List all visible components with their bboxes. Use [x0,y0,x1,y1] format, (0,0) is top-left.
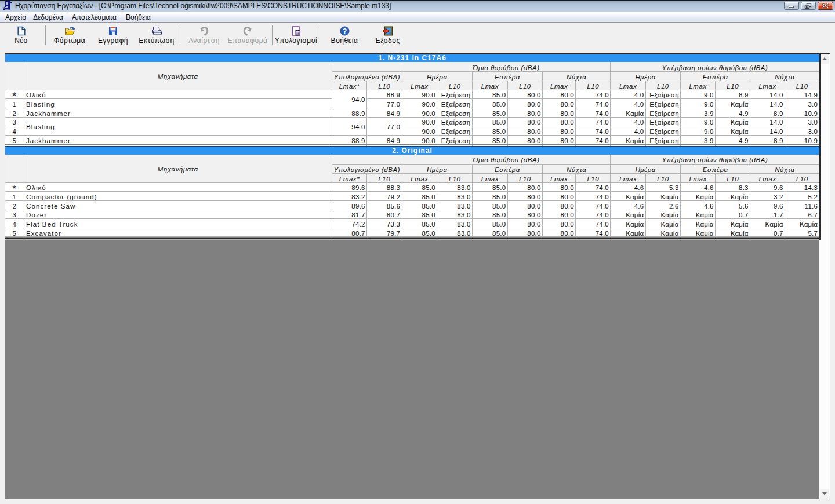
svg-text:?: ? [342,27,347,35]
